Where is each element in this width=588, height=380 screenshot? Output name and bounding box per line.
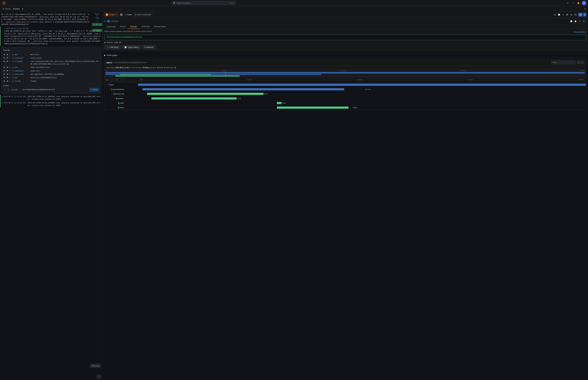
- timestamp-label-1[interactable]: 11:52:29: [92, 23, 102, 26]
- field-eye-job[interactable]: 👁: [9, 66, 11, 69]
- trace-find-input[interactable]: [551, 61, 575, 64]
- notifications-button[interactable]: 🔔: [576, 1, 581, 5]
- field-icons-job: 🔍 🔎 👁 ▐: [3, 66, 14, 69]
- scroll-to-top-button[interactable]: ↑: [97, 375, 101, 379]
- field-bar-app[interactable]: ▐: [11, 53, 14, 56]
- node-graph-header[interactable]: ▶ Node graph: [104, 53, 586, 58]
- dropdown-button[interactable]: ▾: [562, 13, 565, 16]
- avatar[interactable]: U: [582, 1, 586, 5]
- global-search-bar[interactable]: 🔍 Search or jump to... cmd+k: [172, 1, 236, 5]
- field-bar-stream[interactable]: ▐: [11, 80, 14, 82]
- documentation-link[interactable]: Documentation: [574, 31, 586, 33]
- field-bar-container[interactable]: ▐: [11, 57, 14, 59]
- app-logo[interactable]: [2, 1, 6, 5]
- hamburger-menu-icon[interactable]: ☰: [2, 8, 4, 10]
- link-bar-icon[interactable]: ▐: [7, 89, 9, 91]
- field-bar-pod[interactable]: ▐: [11, 76, 14, 79]
- trace-start-label: Trace Start:: [106, 67, 115, 69]
- log-content: OS X 10_15_7) AppleWebKit/537.36 (KHTML,…: [0, 12, 102, 380]
- field-eye-pod[interactable]: 👁: [9, 76, 11, 79]
- field-bar-namespace[interactable]: ▐: [11, 70, 14, 72]
- field-zoom-in-pod[interactable]: 🔍: [3, 76, 6, 79]
- add-to-dashboard-button[interactable]: ⊞ Add to dashboard: [133, 13, 153, 17]
- inspector-button[interactable]: ℹ Inspector: [142, 45, 156, 49]
- field-zoom-out-namespace[interactable]: 🔎: [6, 70, 8, 72]
- tab-traceql[interactable]: TraceQL: [128, 25, 139, 29]
- field-zoom-in-job[interactable]: 🔍: [3, 66, 6, 69]
- zoom-out-button[interactable]: [574, 13, 578, 16]
- collapse-panel-button[interactable]: ◁: [584, 8, 586, 10]
- new-item-button[interactable]: +▾: [565, 1, 570, 5]
- help-button[interactable]: ?: [571, 1, 575, 5]
- query-history-button[interactable]: 🕐 Query history: [122, 45, 141, 49]
- close-button[interactable]: ✕ Close: [124, 13, 133, 16]
- breadcrumb-home[interactable]: Home: [5, 8, 11, 10]
- field-zoom-out-node-name[interactable]: 🔎: [6, 73, 8, 76]
- field-zoom-in-filename[interactable]: 🔍: [3, 60, 6, 63]
- field-zoom-out-app[interactable]: 🔎: [6, 53, 8, 56]
- time-picker-button[interactable]: 🕐: [557, 13, 561, 16]
- panel-options-button[interactable]: [119, 13, 124, 17]
- field-bar-job[interactable]: ▐: [11, 66, 14, 69]
- older-logs-button[interactable]: Older logs: [90, 364, 101, 368]
- share-button[interactable]: ⬆: [22, 8, 23, 10]
- query-time-icon[interactable]: 🕐: [569, 19, 573, 23]
- tempo-link-button[interactable]: ⬚ Tempo: [90, 88, 99, 92]
- sort-down-button[interactable]: ↓: [577, 61, 580, 64]
- span-bar-container-petclinic: 6.27ms: [138, 96, 586, 101]
- field-zoom-out-job[interactable]: 🔎: [6, 66, 8, 69]
- svg-rect-3: [120, 14, 121, 15]
- field-eye-stream[interactable]: 👁: [9, 80, 11, 82]
- collapse-all-button[interactable]: ≪: [115, 78, 119, 81]
- link-eye-icon[interactable]: 👁: [3, 89, 6, 91]
- span-name-col-nginx: ▾ nginx: [104, 83, 138, 86]
- node-graph-chevron: ▶: [104, 54, 106, 57]
- field-zoom-out-stream[interactable]: 🔎: [6, 80, 8, 82]
- next-button[interactable]: ▶: [570, 13, 573, 16]
- field-zoom-in-stream[interactable]: 🔍: [3, 80, 6, 82]
- sort-up-button[interactable]: ↑: [581, 61, 584, 64]
- collapse-query-button[interactable]: ▾: [105, 20, 105, 22]
- field-zoom-out-pod[interactable]: 🔎: [6, 76, 8, 79]
- field-zoom-in-app[interactable]: 🔍: [3, 53, 6, 56]
- add-query-button[interactable]: + + Add query: [105, 45, 121, 49]
- link-button[interactable]: 🔗: [565, 13, 569, 16]
- tab-service-graph[interactable]: Service Graph: [152, 25, 168, 29]
- field-eye-namespace[interactable]: 👁: [9, 70, 11, 72]
- options-row: ▶ Options Limit: 20: [105, 41, 586, 44]
- span-bar-container-petclinic-team: 8.39ms: [138, 92, 586, 96]
- query-settings-icon[interactable]: ⚙: [578, 19, 582, 23]
- query-copy-icon[interactable]: 📋: [574, 19, 577, 23]
- span-collapse-nginx[interactable]: ▾: [106, 84, 108, 86]
- span-name-petclin1: petclin: [119, 102, 124, 104]
- field-zoom-out-container[interactable]: 🔎: [6, 57, 8, 59]
- prev-button[interactable]: ◀: [553, 13, 556, 16]
- field-eye-app[interactable]: 👁: [9, 53, 11, 56]
- span-collapse-petclinic[interactable]: ▾: [113, 97, 116, 99]
- tempo-datasource-selector[interactable]: Tempo ▾: [104, 13, 118, 16]
- traceql-input[interactable]: 3fef456b2006aa13ad8469556c0fe2c8: [105, 35, 586, 40]
- tab-json-file[interactable]: JSON File: [139, 25, 152, 29]
- field-zoom-in-container[interactable]: 🔍: [3, 57, 6, 59]
- tab-search[interactable]: Search: [118, 25, 128, 29]
- field-eye-node-name[interactable]: 👁: [9, 73, 11, 76]
- refresh-dropdown-button[interactable]: ▾: [583, 13, 586, 17]
- refresh-button[interactable]: [578, 13, 583, 17]
- field-bar-filename[interactable]: ▐: [11, 60, 14, 63]
- field-zoom-in-namespace[interactable]: 🔍: [3, 70, 6, 72]
- query-delete-icon[interactable]: 🗑: [582, 19, 586, 23]
- field-eye-filename[interactable]: 👁: [9, 60, 11, 63]
- span-collapse-petclinic-team[interactable]: ▾: [111, 93, 113, 95]
- expand-all-button[interactable]: ›: [110, 78, 113, 81]
- breadcrumb-bar: ☰ Home › Explore ⬆ ◁: [0, 6, 588, 12]
- tab-query-type[interactable]: Query type: [105, 25, 118, 29]
- field-zoom-out-filename[interactable]: 🔎: [6, 60, 8, 63]
- field-zoom-in-node-name[interactable]: 🔍: [3, 73, 6, 76]
- log-entry-3: ▶ 2023-08-11 11:41:52.304 2023-08-11T09:…: [0, 95, 102, 101]
- minimap-bar-petclinic-team: [115, 75, 240, 76]
- span-collapse-ingress[interactable]: ▾: [109, 88, 111, 90]
- more-options-button[interactable]: ⋯: [120, 78, 125, 81]
- options-label[interactable]: ▶ Options: [105, 41, 113, 44]
- field-eye-container[interactable]: 👁: [9, 57, 11, 59]
- field-bar-node-name[interactable]: ▐: [11, 73, 14, 76]
